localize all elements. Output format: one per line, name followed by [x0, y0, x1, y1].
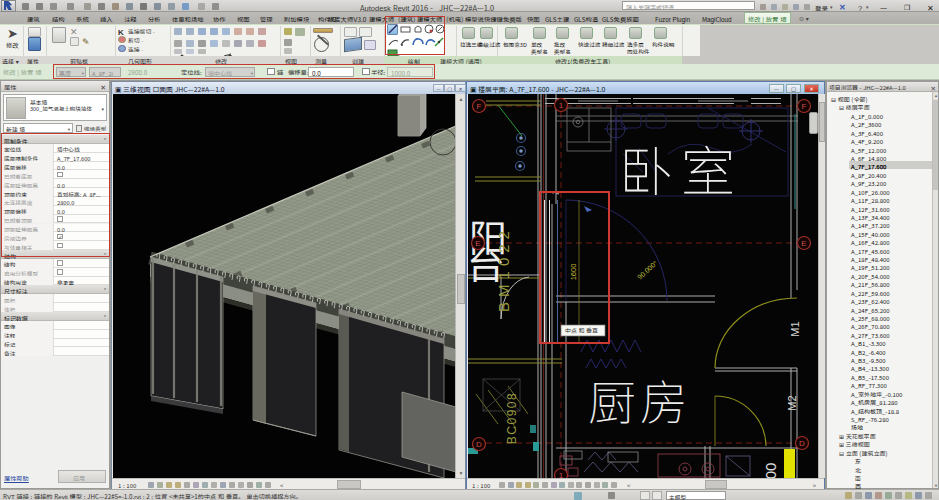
svg-text:D: D	[476, 440, 482, 449]
svg-text:M1: M1	[789, 321, 801, 336]
svg-text:1600: 1600	[569, 264, 578, 281]
svg-text:E: E	[801, 239, 806, 248]
svg-text:F: F	[802, 102, 807, 111]
svg-text:D: D	[799, 439, 805, 448]
svg-text:1: 1	[559, 471, 564, 479]
svg-text:BC0908: BC0908	[505, 392, 519, 444]
svg-text:BM1022: BM1022	[495, 226, 512, 312]
svg-text:M2: M2	[786, 395, 798, 410]
svg-text:卧室: 卧室	[619, 128, 743, 207]
svg-text:90.000°: 90.000°	[636, 259, 659, 281]
svg-text:F: F	[477, 102, 482, 111]
svg-text:1: 1	[559, 101, 564, 110]
svg-text:厨房: 厨房	[588, 364, 692, 434]
svg-text:中点 和 垂直: 中点 和 垂直	[565, 326, 598, 335]
svg-text:E: E	[475, 239, 480, 248]
svg-text:00: 00	[762, 463, 779, 478]
